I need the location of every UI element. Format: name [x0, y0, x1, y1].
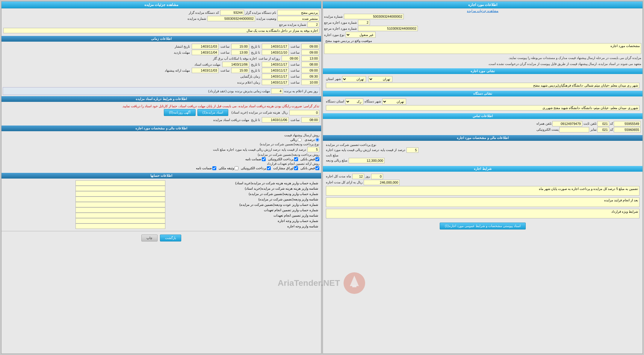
auction-number-input[interactable]: [344, 14, 404, 19]
conditions-textarea[interactable]: تضمین به مبلغ 5 درصد کل مزایده و پرداخت …: [326, 186, 640, 196]
base-price-input[interactable]: [364, 180, 400, 185]
payment-electronic-cb[interactable]: [294, 157, 298, 161]
time-label4: ساعت: [220, 51, 229, 55]
contract-electronic-cb[interactable]: [267, 166, 271, 170]
province-select[interactable]: تهران: [368, 76, 392, 82]
percent-r-input[interactable]: [307, 147, 319, 152]
deposit-label: مبلغ ریالی ودیعه: [326, 158, 347, 162]
mobile-input[interactable]: [552, 121, 582, 126]
currency-radio[interactable]: [298, 138, 302, 142]
account-input-3[interactable]: [75, 197, 165, 202]
announcement-button[interactable]: آگهی روزنامه(0): [164, 109, 196, 116]
agency-province-select[interactable]: تهران: [382, 99, 406, 105]
deadline-date-to-input[interactable]: [262, 50, 289, 55]
work-to-input[interactable]: [301, 56, 319, 61]
account-input-1[interactable]: [75, 186, 165, 191]
agency-name-input[interactable]: [277, 10, 319, 15]
payment-bank-cb[interactable]: [315, 157, 319, 161]
account-row-3: شناسه واریز ودیعه(تضمین شرکت در مزایده): [3, 197, 319, 202]
agency-address-input[interactable]: [326, 105, 640, 111]
ref-number-input[interactable]: [307, 22, 319, 27]
contract-property-cb[interactable]: [235, 166, 238, 170]
email-input[interactable]: [559, 127, 589, 132]
lease-type-select[interactable]: غیر منقول: [346, 32, 376, 38]
back-button[interactable]: بازگشت: [160, 235, 181, 241]
phone2-input[interactable]: [614, 127, 641, 132]
opening-time-input[interactable]: [301, 74, 319, 79]
doc-section-header: اطلاعات و شرایط درباره اسناد مزایده: [1, 96, 321, 102]
account-input-5[interactable]: [75, 207, 165, 213]
auction-code-input[interactable]: [220, 10, 244, 15]
auction-number-r-input[interactable]: [207, 16, 255, 21]
warning-text: تذکر گرامی: ضرورت رایگان بودن هزینه دریا…: [3, 104, 319, 108]
receipt-date-from-input[interactable]: [222, 62, 249, 67]
to-label4: تا تاریخ: [251, 69, 260, 72]
specs-textarea[interactable]: مشخصات مورد اجاره: [324, 43, 641, 54]
code1-input[interactable]: [597, 121, 609, 126]
account-input-0[interactable]: [75, 180, 165, 186]
right-panel: مشاهده جزئیات مزایده نام دستگاه مزایده گ…: [1, 1, 321, 354]
publish-time-from-input[interactable]: [231, 44, 249, 49]
deadline-time-to-input[interactable]: [301, 50, 319, 55]
city-select[interactable]: تهران: [342, 76, 366, 82]
contract-days-input[interactable]: [271, 88, 283, 94]
publish-date-from-input[interactable]: [192, 44, 219, 49]
doc-deadline-date-input[interactable]: [262, 117, 289, 123]
doc-deadline-time-input[interactable]: [301, 117, 319, 123]
percent-radio[interactable]: [315, 138, 319, 142]
doc-fee-input[interactable]: [289, 110, 319, 115]
left-panel: اطلاعات مورد اجاره مشاهده جزئیات مزایده …: [323, 1, 643, 354]
deposit-amount-input[interactable]: [349, 158, 385, 163]
contract-bank-cb[interactable]: [315, 166, 319, 170]
to-label2: تا تاریخ: [251, 51, 260, 55]
code2-input[interactable]: [597, 127, 609, 132]
agency-city-select[interactable]: رک: [345, 99, 363, 105]
payment-guarantee-cb[interactable]: [262, 157, 266, 161]
months-input[interactable]: [352, 174, 364, 179]
percent-input[interactable]: [406, 147, 418, 153]
receipt-date-to-input[interactable]: [262, 62, 289, 67]
auction-code-label: کد دستگاه مزایده گزار: [189, 11, 219, 15]
offer-date-from-input[interactable]: [192, 68, 219, 73]
opening-date-input[interactable]: [262, 74, 289, 79]
days-input[interactable]: [371, 174, 383, 179]
announcement-time-input[interactable]: [301, 80, 319, 85]
account-input-6[interactable]: [75, 213, 165, 218]
month-unit-label: ماه: [347, 174, 351, 178]
address-input[interactable]: [326, 83, 640, 88]
fee-label: هزینه شرکت در مزایده (خرید اسناد): [231, 111, 280, 114]
rial-unit-label: ریال به ازای کل مدت اجاره: [326, 180, 362, 184]
special-terms-textarea[interactable]: شرایط ویژه قرارداد: [326, 209, 640, 218]
deadline-time-from-input[interactable]: [231, 50, 249, 55]
contract-terms-textarea[interactable]: بعد از انجام فرایند مزایده: [326, 197, 640, 207]
receipt-time-input[interactable]: [301, 62, 319, 67]
doc-button-r[interactable]: اسناد مزایده(1): [197, 109, 229, 116]
account-label-7: شماره حساب واریز وجه اجاره: [165, 218, 319, 223]
title-input[interactable]: [3, 28, 319, 33]
publish-date-to-input[interactable]: [262, 44, 289, 49]
publish-time-to-input[interactable]: [301, 44, 319, 49]
account-label-0: شماره حساب واریز هزینه هزینه شرکت در مزا…: [165, 180, 319, 186]
doc-button[interactable]: اسناد پیوستی مشخصات و شرایط عمومی مورد ا…: [440, 223, 526, 229]
status-input[interactable]: [277, 16, 319, 21]
description-label: اجاره بوفه با امکانات آب برق گاز: [213, 57, 257, 61]
offer-date-to-input[interactable]: [262, 68, 289, 73]
announcement-date-input[interactable]: [262, 80, 289, 85]
account-input-7[interactable]: [75, 218, 165, 223]
contract-guarantee-cb[interactable]: [212, 166, 216, 170]
contract-share-cb[interactable]: [294, 166, 298, 170]
offer-time-to-input[interactable]: [301, 68, 319, 73]
deadline-date-from-input[interactable]: [192, 50, 219, 55]
print-button[interactable]: چاپ: [141, 235, 158, 241]
auction-number-r-label: شماره مزایده: [188, 17, 206, 21]
offer-time-from-input[interactable]: [231, 68, 249, 73]
view-auction-link[interactable]: مشاهده جزئیات مزایده: [467, 9, 498, 13]
time-section-header: اطلاعات زمانی: [1, 36, 321, 42]
account-input-8[interactable]: [75, 223, 165, 229]
auction-ref-input[interactable]: [358, 20, 370, 25]
work-from-input[interactable]: [282, 56, 300, 61]
phone1-input[interactable]: [614, 121, 641, 126]
account-input-2[interactable]: [75, 191, 165, 197]
lease-ref-input[interactable]: [358, 26, 418, 31]
account-input-4[interactable]: [75, 202, 165, 207]
